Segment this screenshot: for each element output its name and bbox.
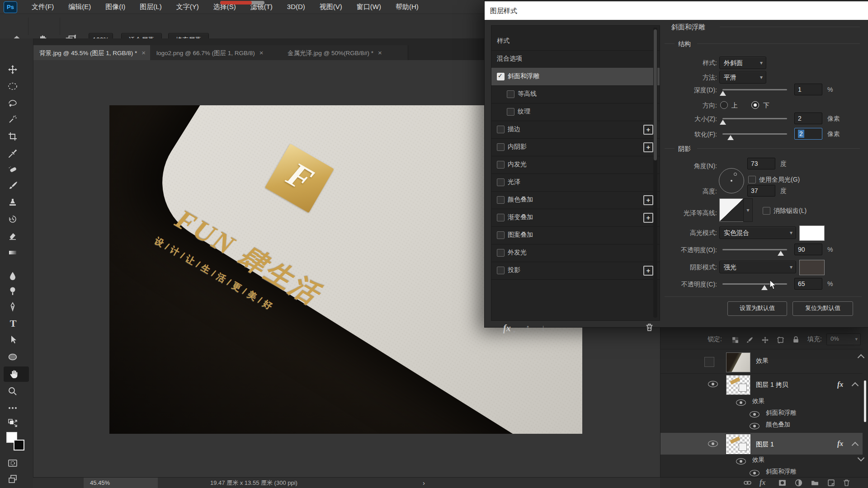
shadow-opacity-thumb[interactable]	[761, 285, 768, 290]
adjustment-layer-icon[interactable]	[795, 479, 802, 487]
fx-badge[interactable]: fx	[837, 380, 843, 389]
list-item-gradient-overlay[interactable]: 渐变叠加+	[491, 209, 660, 227]
list-scrollbar[interactable]	[653, 28, 657, 318]
status-chevron-icon[interactable]: ›	[423, 478, 425, 488]
zoom-level[interactable]: 45.45%	[84, 478, 158, 488]
effects-row[interactable]: 效果	[752, 456, 764, 464]
effect-bevel-row[interactable]: 斜面和浮雕	[766, 409, 797, 417]
list-item-outer-glow[interactable]: 外发光	[491, 244, 660, 262]
checkbox-icon[interactable]	[507, 108, 514, 116]
fx-menu-icon[interactable]: fx	[503, 323, 511, 333]
effect-bevel-row[interactable]: 斜面和浮雕	[766, 468, 797, 476]
path-select-tool-icon[interactable]	[7, 334, 19, 346]
menu-view[interactable]: 视图(V)	[312, 0, 349, 14]
add-effect-icon[interactable]: +	[643, 142, 653, 152]
list-item-bevel-emboss[interactable]: 斜面和浮雕	[491, 68, 660, 86]
set-default-button[interactable]: 设置为默认值	[727, 301, 787, 316]
reset-default-button[interactable]: 复位为默认值	[793, 301, 853, 316]
pen-tool-icon[interactable]	[7, 301, 19, 313]
eye-icon[interactable]	[736, 458, 746, 465]
list-item-inner-shadow[interactable]: 内阴影+	[491, 138, 660, 156]
spot-healing-tool-icon[interactable]	[7, 164, 19, 176]
checkbox-icon[interactable]	[497, 196, 505, 204]
lock-artboard-icon[interactable]	[777, 336, 784, 344]
type-tool-icon[interactable]: T	[7, 318, 19, 329]
zoom-tool-icon[interactable]	[7, 386, 19, 398]
list-item-pattern-overlay[interactable]: 图案叠加	[491, 226, 660, 244]
menu-3d[interactable]: 3D(D)	[280, 0, 312, 14]
altitude-field[interactable]: 37	[747, 185, 775, 197]
highlight-mode-select[interactable]: 实色混合▾	[719, 226, 796, 239]
history-brush-tool-icon[interactable]	[7, 214, 19, 225]
shadow-opacity-field[interactable]: 65	[794, 278, 822, 290]
effect-color-overlay-row[interactable]: 颜色叠加	[766, 421, 790, 429]
eye-icon[interactable]	[708, 381, 718, 387]
marquee-tool-icon[interactable]	[7, 81, 19, 93]
lasso-tool-icon[interactable]	[7, 98, 19, 109]
method-select[interactable]: 平滑▾	[719, 71, 766, 84]
quick-mask-icon[interactable]	[7, 458, 19, 469]
move-effect-down-icon[interactable]: ↓	[541, 323, 546, 333]
gloss-contour-thumbnail[interactable]	[719, 198, 744, 222]
effects-row[interactable]: 效果	[752, 397, 764, 405]
checkbox-icon[interactable]	[497, 267, 505, 274]
crop-tool-icon[interactable]	[7, 131, 19, 143]
blur-tool-icon[interactable]	[7, 270, 19, 282]
depth-field[interactable]: 1	[794, 84, 822, 95]
dialog-title[interactable]: 图层样式	[485, 1, 868, 20]
checkbox-icon[interactable]	[497, 143, 505, 151]
eye-icon[interactable]	[708, 441, 718, 447]
eye-icon[interactable]	[750, 423, 760, 429]
shape-tool-icon[interactable]	[7, 352, 19, 363]
size-slider[interactable]	[722, 118, 787, 119]
visibility-toggle[interactable]	[704, 357, 714, 367]
clone-stamp-tool-icon[interactable]	[7, 197, 19, 209]
checkbox-icon[interactable]	[497, 178, 505, 186]
close-icon[interactable]: ×	[142, 45, 146, 60]
direction-down-radio[interactable]	[751, 101, 759, 109]
eraser-tool-icon[interactable]	[7, 230, 19, 242]
eye-icon[interactable]	[736, 399, 746, 406]
menu-help[interactable]: 帮助(H)	[388, 0, 426, 14]
screen-mode-icon[interactable]	[7, 474, 19, 485]
checkbox-icon[interactable]	[497, 161, 505, 169]
background-color-swatch[interactable]	[14, 440, 24, 450]
list-item-stroke[interactable]: 描边+	[491, 121, 660, 139]
list-item-contour[interactable]: 等高线	[491, 85, 660, 103]
lock-transparent-icon[interactable]	[731, 336, 739, 344]
direction-up-radio[interactable]	[720, 101, 728, 109]
layer-thumbnail[interactable]	[726, 375, 750, 395]
soften-slider-thumb[interactable]	[727, 135, 734, 140]
list-item-satin[interactable]: 光泽	[491, 174, 660, 192]
highlight-opacity-slider[interactable]	[722, 249, 787, 250]
eye-icon[interactable]	[750, 411, 760, 418]
fx-badge[interactable]: fx	[837, 440, 843, 448]
antialias-checkbox[interactable]	[763, 207, 770, 215]
list-item-color-overlay[interactable]: 颜色叠加+	[491, 191, 660, 209]
swap-colors-icon[interactable]	[7, 418, 19, 430]
highlight-color-swatch[interactable]	[799, 225, 825, 241]
edit-toolbar-icon[interactable]	[7, 403, 19, 414]
menu-file[interactable]: 文件(F)	[24, 0, 61, 14]
depth-slider[interactable]	[722, 89, 787, 90]
list-item-drop-shadow[interactable]: 投影+	[491, 262, 660, 280]
shadow-mode-select[interactable]: 强光▾	[719, 261, 796, 273]
menu-layer[interactable]: 图层(L)	[132, 0, 169, 14]
new-layer-icon[interactable]	[827, 479, 835, 487]
panel-scrollbar[interactable]	[864, 380, 866, 422]
new-group-icon[interactable]	[811, 479, 819, 487]
close-icon[interactable]: ×	[259, 45, 264, 60]
list-item-blending-options[interactable]: 混合选项	[491, 50, 660, 68]
eyedropper-tool-icon[interactable]	[7, 148, 19, 160]
menu-type[interactable]: 文字(Y)	[169, 0, 206, 14]
menu-edit[interactable]: 编辑(E)	[61, 0, 98, 14]
lock-pixels-icon[interactable]	[746, 336, 754, 344]
delete-layer-icon[interactable]	[843, 479, 850, 487]
global-light-checkbox[interactable]	[748, 176, 756, 183]
depth-slider-thumb[interactable]	[720, 91, 726, 96]
checkbox-icon[interactable]	[497, 73, 505, 80]
checkbox-icon[interactable]	[497, 231, 505, 239]
hand-tool-selected-icon[interactable]	[4, 366, 29, 382]
layer-row-1[interactable]: 图层 1	[756, 441, 774, 449]
list-item-styles[interactable]: 样式	[491, 33, 660, 51]
